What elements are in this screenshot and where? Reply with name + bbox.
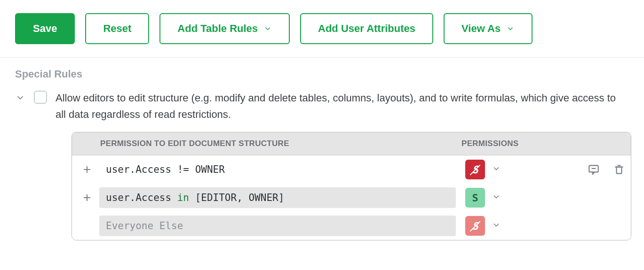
delete-icon[interactable]	[613, 163, 625, 176]
permission-cell: S	[465, 188, 625, 208]
condition-input[interactable]: user.Access in [EDITOR, OWNER]	[99, 187, 456, 208]
condition-input[interactable]: Everyone Else	[99, 216, 456, 236]
view-as-button[interactable]: View As	[444, 13, 533, 44]
add-user-attributes-button[interactable]: Add User Attributes	[300, 13, 433, 44]
chevron-down-icon	[263, 24, 272, 33]
allow-editors-row: Allow editors to edit structure (e.g. mo…	[15, 90, 629, 123]
table-body: user.Access != OWNERSuser.Access in [EDI…	[72, 155, 631, 240]
table-row: user.Access != OWNERS	[72, 155, 631, 184]
row-actions	[588, 163, 625, 176]
special-rules-section: Special Rules Allow editors to edit stru…	[0, 58, 644, 250]
section-title: Special Rules	[15, 68, 629, 80]
condition-input[interactable]: user.Access != OWNER	[99, 159, 456, 180]
view-as-label: View As	[461, 23, 501, 35]
collapse-toggle[interactable]	[15, 90, 25, 105]
toolbar: Save Reset Add Table Rules Add User Attr…	[0, 0, 644, 58]
permission-dropdown[interactable]	[490, 190, 503, 205]
comment-icon[interactable]	[588, 163, 600, 176]
permission-cell: S	[465, 216, 625, 236]
column-condition-header: PERMISSION TO EDIT DOCUMENT STRUCTURE	[72, 132, 461, 155]
permission-dropdown[interactable]	[490, 218, 503, 233]
add-condition-button[interactable]	[79, 161, 95, 178]
allow-editors-checkbox[interactable]	[34, 91, 47, 104]
add-condition-button[interactable]	[79, 189, 95, 206]
permission-dropdown[interactable]	[490, 162, 503, 177]
table-header: PERMISSION TO EDIT DOCUMENT STRUCTURE PE…	[72, 132, 631, 155]
add-table-rules-button[interactable]: Add Table Rules	[159, 13, 290, 44]
save-button[interactable]: Save	[15, 13, 75, 44]
permission-badge[interactable]: S	[465, 188, 485, 208]
allow-editors-text: Allow editors to edit structure (e.g. mo…	[56, 90, 629, 123]
permission-badge[interactable]: S	[465, 160, 485, 179]
column-permissions-header: PERMISSIONS	[461, 132, 631, 155]
chevron-down-icon	[506, 24, 515, 33]
reset-button[interactable]: Reset	[85, 13, 149, 44]
table-row: Everyone ElseS	[72, 212, 631, 240]
add-table-rules-label: Add Table Rules	[177, 23, 258, 35]
table-row: user.Access in [EDITOR, OWNER]S	[72, 184, 631, 212]
permissions-table: PERMISSION TO EDIT DOCUMENT STRUCTURE PE…	[72, 132, 631, 240]
permission-cell: S	[465, 160, 625, 179]
svg-rect-4	[617, 167, 622, 174]
permission-badge[interactable]: S	[465, 216, 485, 236]
